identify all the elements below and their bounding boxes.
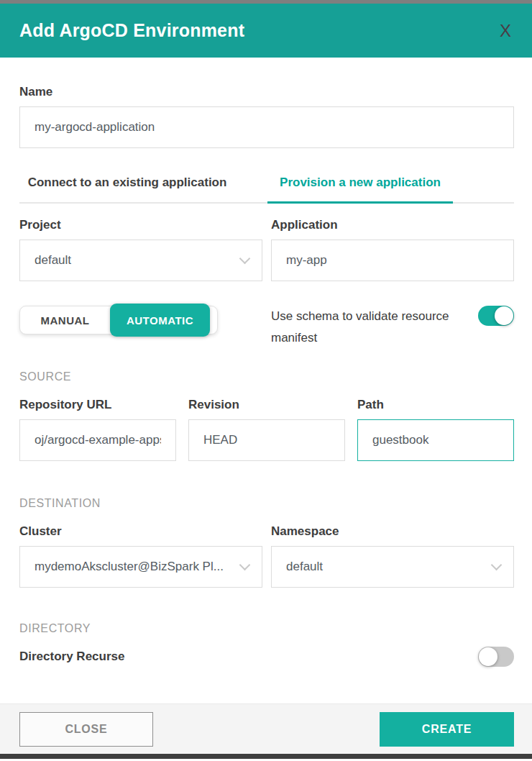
directory-section-label: DIRECTORY xyxy=(19,622,514,635)
sync-mode-block: MANUAL AUTOMATIC xyxy=(19,306,262,334)
repository-url-label: Repository URL xyxy=(19,398,176,412)
schema-validate-toggle[interactable] xyxy=(478,306,514,326)
namespace-select[interactable]: default xyxy=(271,546,514,588)
cluster-select[interactable]: mydemoAkscluster@BizSpark Pl... xyxy=(19,546,262,588)
source-section-label: SOURCE xyxy=(19,370,514,383)
tab-connect-existing-application[interactable]: Connect to an existing application xyxy=(19,176,235,202)
repository-url-block: Repository URL xyxy=(19,398,176,461)
application-label: Application xyxy=(271,218,514,232)
cluster-label: Cluster xyxy=(19,524,262,539)
chevron-down-icon xyxy=(491,559,503,570)
path-label: Path xyxy=(357,398,514,412)
toggle-knob xyxy=(479,647,497,666)
path-input[interactable] xyxy=(357,419,514,461)
path-block: Path xyxy=(357,398,514,461)
source-fields-row: Repository URL Revision Path xyxy=(19,398,514,461)
directory-recurse-toggle[interactable] xyxy=(478,647,514,667)
namespace-select-value: default xyxy=(286,560,323,574)
project-label: Project xyxy=(19,218,262,232)
destination-section-label: DESTINATION xyxy=(19,497,514,510)
automatic-button[interactable]: AUTOMATIC xyxy=(110,304,210,337)
namespace-label: Namespace xyxy=(271,524,514,539)
tab-bar: Connect to an existing application Provi… xyxy=(19,176,514,204)
add-argocd-environment-modal: Add ArgoCD Environment X Name Connect to… xyxy=(0,0,532,761)
namespace-block: Namespace default xyxy=(271,524,514,588)
chevron-down-icon xyxy=(239,252,251,264)
create-button[interactable]: CREATE xyxy=(380,712,514,747)
close-button[interactable]: CLOSE xyxy=(19,712,153,747)
project-field-block: Project default xyxy=(19,218,262,281)
application-field-block: Application xyxy=(271,218,514,281)
sync-mode-row: MANUAL AUTOMATIC Use schema to validate … xyxy=(19,306,514,349)
project-select-value: default xyxy=(35,253,71,268)
modal-title: Add ArgoCD Environment xyxy=(19,20,244,41)
sync-mode-segmented-control: MANUAL AUTOMATIC xyxy=(19,306,218,334)
toggle-knob xyxy=(495,306,513,325)
close-icon[interactable]: X xyxy=(497,21,514,41)
chevron-down-icon xyxy=(239,559,251,570)
repository-url-input[interactable] xyxy=(19,419,176,461)
application-input[interactable] xyxy=(271,240,514,281)
modal-header: Add ArgoCD Environment X xyxy=(0,4,532,58)
cluster-select-value: mydemoAkscluster@BizSpark Pl... xyxy=(35,560,224,574)
destination-fields-row: Cluster mydemoAkscluster@BizSpark Pl... … xyxy=(19,524,514,588)
name-input[interactable] xyxy=(19,106,514,148)
schema-toggle-block: Use schema to validate resource manifest xyxy=(271,306,514,349)
tab-provision-new-application[interactable]: Provision a new application xyxy=(267,176,453,202)
revision-label: Revision xyxy=(188,398,345,412)
manual-button[interactable]: MANUAL xyxy=(20,314,110,327)
directory-recurse-label: Directory Recurse xyxy=(19,650,124,664)
revision-input[interactable] xyxy=(188,419,345,461)
revision-block: Revision xyxy=(188,398,345,461)
schema-toggle-label: Use schema to validate resource manifest xyxy=(271,306,454,349)
project-select[interactable]: default xyxy=(19,240,262,281)
bottom-window-strip xyxy=(0,754,532,759)
directory-recurse-row: Directory Recurse xyxy=(19,647,514,667)
project-application-row: Project default Application xyxy=(19,218,514,281)
modal-body: Name Connect to an existing application … xyxy=(0,85,532,667)
name-label: Name xyxy=(19,85,514,99)
name-field-block: Name xyxy=(19,85,514,148)
modal-footer: CLOSE CREATE xyxy=(0,703,532,754)
cluster-block: Cluster mydemoAkscluster@BizSpark Pl... xyxy=(19,524,262,588)
